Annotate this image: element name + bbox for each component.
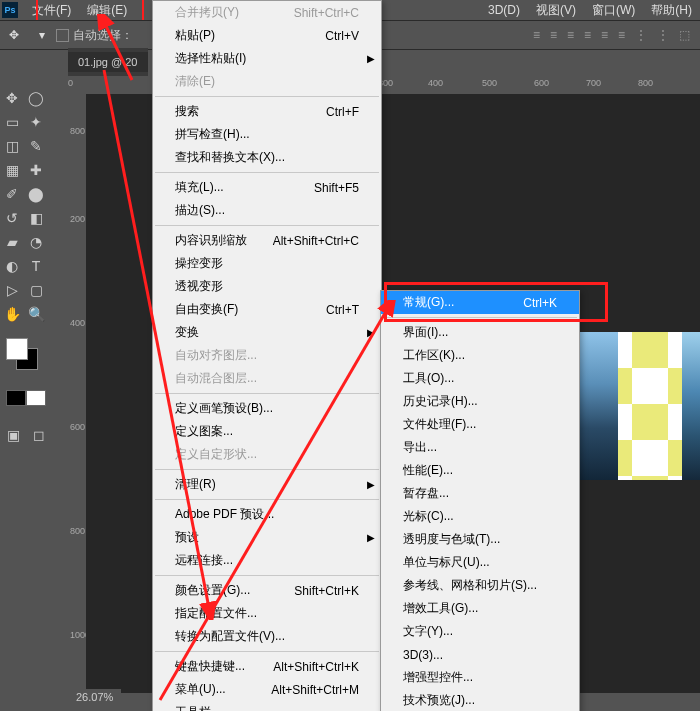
edit-menu-item[interactable]: 填充(L)...Shift+F5	[153, 176, 381, 199]
preferences-menu-item[interactable]: 透明度与色域(T)...	[381, 528, 579, 551]
distribute-icon[interactable]: ⋮	[657, 28, 669, 42]
edit-menu-item: 自动对齐图层...	[153, 344, 381, 367]
edit-menu-item[interactable]: 操控变形	[153, 252, 381, 275]
hand-tool-icon[interactable]: ✋	[0, 302, 24, 326]
preferences-menu-item[interactable]: 光标(C)...	[381, 505, 579, 528]
edit-menu-item[interactable]: 远程连接...	[153, 549, 381, 572]
edit-menu-item[interactable]: 定义画笔预设(B)...	[153, 397, 381, 420]
3d-icon[interactable]: ⬚	[679, 28, 690, 42]
stamp-tool-icon[interactable]: ⬤	[24, 182, 48, 206]
preferences-menu-item[interactable]: 常规(G)...Ctrl+K	[381, 291, 579, 314]
move-indicator-icon: ✥	[6, 27, 22, 43]
menu-3d[interactable]: 3D(D)	[480, 1, 528, 19]
preferences-menu-item[interactable]: 单位与标尺(U)...	[381, 551, 579, 574]
edit-menu-item[interactable]: 清理(R)▶	[153, 473, 381, 496]
preferences-menu-item[interactable]: 导出...	[381, 436, 579, 459]
edit-menu-item[interactable]: 描边(S)...	[153, 199, 381, 222]
lasso-tool-icon[interactable]: ◯	[24, 86, 48, 110]
edit-menu-item[interactable]: 自由变换(F)Ctrl+T	[153, 298, 381, 321]
align-icon[interactable]: ≡	[584, 28, 591, 42]
preferences-menu-item[interactable]: 历史记录(H)...	[381, 390, 579, 413]
preferences-menu-item[interactable]: 3D(3)...	[381, 643, 579, 666]
preferences-menu-item[interactable]: 工具(O)...	[381, 367, 579, 390]
edit-menu-item[interactable]: 粘贴(P)Ctrl+V	[153, 24, 381, 47]
preferences-menu-item[interactable]: 技术预览(J)...	[381, 689, 579, 711]
edit-menu-item[interactable]: 定义图案...	[153, 420, 381, 443]
edit-menu-item[interactable]: 查找和替换文本(X)...	[153, 146, 381, 169]
preferences-menu-item[interactable]: 暂存盘...	[381, 482, 579, 505]
ruler-tick: 200	[70, 214, 85, 224]
edit-menu-item: 合并拷贝(Y)Shift+Ctrl+C	[153, 1, 381, 24]
menu-file[interactable]: 文件(F)	[24, 0, 79, 21]
foreground-color-swatch[interactable]	[6, 338, 28, 360]
history-brush-icon[interactable]: ↺	[0, 206, 24, 230]
edit-menu-item[interactable]: 颜色设置(G)...Shift+Ctrl+K	[153, 579, 381, 602]
align-icon[interactable]: ≡	[601, 28, 608, 42]
quickmask-b-icon[interactable]	[26, 390, 46, 406]
blur-tool-icon[interactable]: ◔	[24, 230, 48, 254]
quickmask-a-icon[interactable]	[6, 390, 26, 406]
preferences-menu-item[interactable]: 参考线、网格和切片(S)...	[381, 574, 579, 597]
preferences-menu-item[interactable]: 增效工具(G)...	[381, 597, 579, 620]
marquee-tool-icon[interactable]: ▭	[0, 110, 24, 134]
edit-menu-item[interactable]: 变换▶	[153, 321, 381, 344]
align-icon[interactable]: ≡	[618, 28, 625, 42]
heal-tool-icon[interactable]: ✚	[24, 158, 48, 182]
dropdown-caret-icon[interactable]: ▾	[34, 27, 50, 43]
preferences-menu-item[interactable]: 界面(I)...	[381, 321, 579, 344]
edit-menu-item[interactable]: 预设▶	[153, 526, 381, 549]
document-tab[interactable]: 01.jpg @ 20	[68, 52, 148, 72]
edit-menu-item: 定义自定形状...	[153, 443, 381, 466]
edit-menu-item[interactable]: 选择性粘贴(I)▶	[153, 47, 381, 70]
edit-menu-item[interactable]: 搜索Ctrl+F	[153, 100, 381, 123]
preferences-menu-item[interactable]: 增强型控件...	[381, 666, 579, 689]
magic-wand-tool-icon[interactable]: ✦	[24, 110, 48, 134]
ruler-tick: 400	[70, 318, 85, 328]
document-image	[560, 332, 700, 480]
edit-menu-item[interactable]: 键盘快捷键...Alt+Shift+Ctrl+K	[153, 655, 381, 678]
ruler-tick: 0	[68, 78, 73, 88]
zoom-tool-icon[interactable]: 🔍	[24, 302, 48, 326]
edit-menu-item[interactable]: 内容识别缩放Alt+Shift+Ctrl+C	[153, 229, 381, 252]
distribute-icon[interactable]: ⋮	[635, 28, 647, 42]
align-icon[interactable]: ≡	[567, 28, 574, 42]
menu-help[interactable]: 帮助(H)	[643, 0, 700, 21]
color-swatches[interactable]	[6, 338, 38, 370]
preferences-menu-item[interactable]: 文字(Y)...	[381, 620, 579, 643]
eyedropper-tool-icon[interactable]: ✎	[24, 134, 48, 158]
auto-select-checkbox[interactable]	[56, 29, 69, 42]
crop-tool-icon[interactable]: ◫	[0, 134, 24, 158]
mode-full-icon[interactable]: ◻	[29, 426, 48, 444]
align-icon[interactable]: ≡	[550, 28, 557, 42]
menu-window[interactable]: 窗口(W)	[584, 0, 643, 21]
zoom-level: 26.07%	[76, 691, 113, 703]
move-tool-icon[interactable]: ✥	[0, 86, 24, 110]
ruler-tick: 600	[70, 422, 85, 432]
edit-menu-item[interactable]: 拼写检查(H)...	[153, 123, 381, 146]
image-content-strip	[682, 332, 700, 480]
edit-menu-item[interactable]: 菜单(U)...Alt+Shift+Ctrl+M	[153, 678, 381, 701]
edit-menu-item[interactable]: 转换为配置文件(V)...	[153, 625, 381, 648]
dodge-tool-icon[interactable]: ◐	[0, 254, 24, 278]
align-icon[interactable]: ≡	[533, 28, 540, 42]
gradient-tool-icon[interactable]: ▰	[0, 230, 24, 254]
preferences-menu-item[interactable]: 性能(E)...	[381, 459, 579, 482]
shape-tool-icon[interactable]: ▢	[24, 278, 48, 302]
menu-edit[interactable]: 编辑(E)	[79, 0, 135, 21]
frame-tool-icon[interactable]: ▦	[0, 158, 24, 182]
edit-menu-item[interactable]: 指定配置文件...	[153, 602, 381, 625]
edit-menu-item[interactable]: Adobe PDF 预设...	[153, 503, 381, 526]
edit-menu-item[interactable]: 工具栏...	[153, 701, 381, 711]
type-tool-icon[interactable]: T	[24, 254, 48, 278]
edit-menu-item[interactable]: 透视变形	[153, 275, 381, 298]
eraser-tool-icon[interactable]: ◧	[24, 206, 48, 230]
path-tool-icon[interactable]: ▷	[0, 278, 24, 302]
preferences-menu-item[interactable]: 工作区(K)...	[381, 344, 579, 367]
document-tabs: 01.jpg @ 20	[68, 48, 148, 76]
preferences-menu-item[interactable]: 文件处理(F)...	[381, 413, 579, 436]
menu-view[interactable]: 视图(V)	[528, 0, 584, 21]
brush-tool-icon[interactable]: ✐	[0, 182, 24, 206]
ruler-tick: 800	[70, 126, 85, 136]
mode-standard-icon[interactable]: ▣	[4, 426, 23, 444]
ruler-tick: 800	[70, 526, 85, 536]
